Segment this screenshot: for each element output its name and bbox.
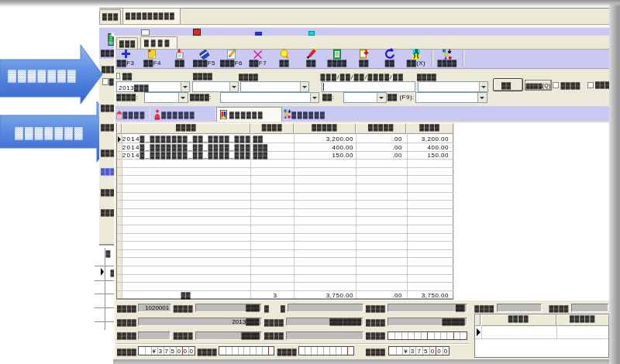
svg-text:▓▓▓▓▓▓▓: ▓▓▓▓▓▓▓ bbox=[8, 69, 77, 83]
